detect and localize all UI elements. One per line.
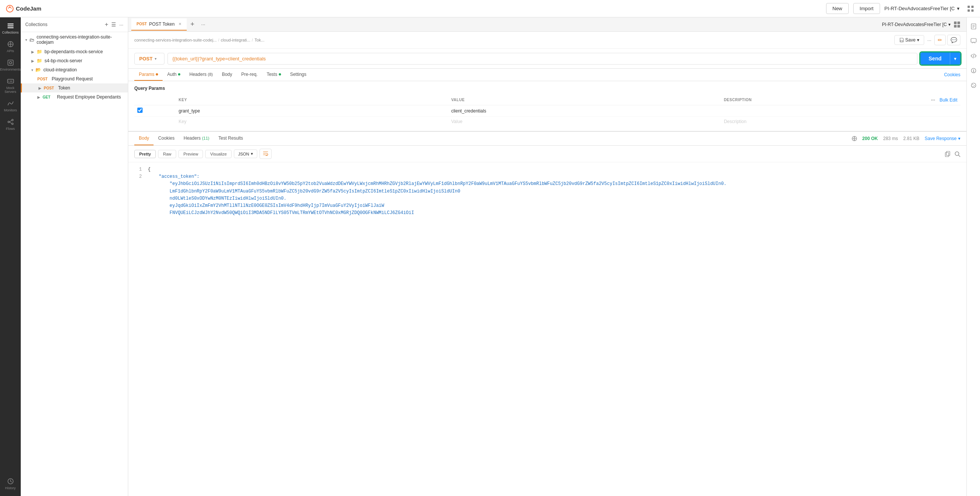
svg-rect-6 [8,23,14,24]
svg-rect-7 [8,25,14,26]
sidebar-item-history[interactable]: History [0,474,21,493]
send-button-group: Send ▾ [920,53,960,65]
tab-token[interactable]: POST POST Token ✕ [131,19,187,30]
req-tab-headers[interactable]: Headers (8) [185,69,217,81]
logo-icon [6,5,14,13]
chevron-down-icon: ▾ [31,68,33,72]
save-response-button[interactable]: Save Response ▾ [924,136,960,141]
req-tab-auth[interactable]: Auth [162,69,185,81]
layout-icon[interactable] [954,21,960,28]
grid-icon[interactable] [967,5,974,12]
breadcrumb-sep-2: / [252,38,253,42]
empty-row-key: Key [176,116,449,127]
code-line-7: FNVQUEiLCJzdWJhY2NvdW50QWQiOiI3MDA5NDFlL… [134,209,960,217]
sidebar-item-monitors[interactable]: Monitors [0,97,21,115]
format-preview-button[interactable]: Preview [178,150,203,158]
url-input[interactable] [167,53,917,65]
table-row: grant_type client_credentials [134,105,960,116]
sidebar-item-flows[interactable]: Flows [0,115,21,134]
res-tab-test-results[interactable]: Test Results [214,132,247,145]
tree-item-s4-bp[interactable]: ▶ 📁 s4-bp-mock-server [21,56,128,65]
workspace-selector[interactable]: PI-RT-DevAdvocatesFreeTier [C ▾ [885,6,959,11]
globe-icon-wrapper [852,136,857,141]
sidebar-item-collections[interactable]: Collections [0,19,21,37]
tree-item-token[interactable]: ▶ POST Token [21,83,128,93]
row-checkbox[interactable] [137,108,143,113]
workspace-button[interactable]: PI-RT-DevAdvocatesFreeTier [C ▾ [882,22,951,27]
empty-table-row: Key Value Description [134,116,960,127]
format-visualize-button[interactable]: Visualize [205,150,232,158]
import-button[interactable]: Import [853,3,880,14]
save-button[interactable]: Save ▾ [894,35,924,45]
params-more-icon[interactable]: ··· [931,97,935,103]
line-number [134,195,142,203]
col-header-value: VALUE [448,95,721,105]
right-sidebar-cookie-icon[interactable] [967,79,980,93]
res-tab-body[interactable]: Body [134,132,154,145]
query-params-section: Query Params KEY VALUE DESCRIPTION ··· B… [128,81,966,131]
empty-row-actions [919,116,960,127]
root-collection-item[interactable]: ▾ 🗁 connecting-services-integration-suit… [21,32,128,47]
filter-icon[interactable]: ☰ [111,22,116,27]
request-response-area: connecting-services-integration-suite-co… [128,32,966,496]
flows-icon [7,118,14,126]
response-tabs-bar: Body Cookies Headers (11) Test Results [128,132,966,146]
line-content: "eyJhbGciOiJSUzI1NiIsImprdSI6Imh0dHBzOi8… [148,180,960,188]
res-tab-cookies[interactable]: Cookies [154,132,179,145]
tabs-more-icon[interactable]: ··· [198,19,208,30]
req-tab-tests[interactable]: Tests [262,69,286,81]
tab-close-icon[interactable]: ✕ [178,22,181,26]
svg-rect-5 [971,10,974,12]
response-status-bar: 200 OK 283 ms 2.81 KB Save Response ▾ [852,136,960,141]
search-icon[interactable] [955,151,960,157]
add-collection-button[interactable]: + [105,21,108,28]
tree-item-bp-dependants[interactable]: ▶ 📁 bp-dependants-mock-service [21,47,128,56]
cookies-link[interactable]: Cookies [944,72,960,77]
code-actions [945,151,960,157]
bulk-edit-button[interactable]: Bulk Edit [940,97,958,103]
req-tab-prereq[interactable]: Pre-req. [237,69,262,81]
new-button[interactable]: New [826,3,849,14]
tree-item-playground-request[interactable]: POST Playground Request [21,74,128,83]
format-pretty-button[interactable]: Pretty [134,150,156,158]
tree-item-cloud-integration[interactable]: ▾ 📂 cloud-integration [21,65,128,74]
req-tab-settings[interactable]: Settings [286,69,311,81]
add-tab-button[interactable]: + [187,18,199,31]
topbar-icons [967,5,974,12]
method-selector[interactable]: POST ▾ [134,53,164,65]
comment-icon[interactable]: 💬 [947,35,960,45]
save-response-chevron-icon: ▾ [958,136,960,141]
sidebar-item-mock-servers[interactable]: Mock Servers [0,74,21,97]
response-format-bar: Pretty Raw Preview Visualize JSON ▾ [128,146,966,162]
sidebar-item-environments[interactable]: Environments [0,56,21,74]
format-raw-button[interactable]: Raw [158,150,176,158]
collections-more-icon[interactable]: ··· [119,22,123,27]
params-dot [156,73,158,75]
row-key: grant_type [179,108,200,113]
req-tab-body[interactable]: Body [217,69,237,81]
edit-icon[interactable]: ✏ [934,35,946,45]
workspace-chevron-icon: ▾ [957,6,959,11]
right-sidebar-comment-icon[interactable] [967,35,980,48]
line-content: FNVQUEiLCJzdWJhY2NvdW50QWQiOiI3MDA5NDFlL… [148,209,960,217]
send-button[interactable]: Send [920,53,950,65]
line-content: nd0LWtleS0xODYwNzM0NTEzIiwidHlwIjoiSldUI… [148,195,960,203]
app-name: CodeJam [16,5,41,12]
environments-icon [7,59,14,67]
tree-item-request-employee[interactable]: ▶ GET Request Employee Dependants [21,93,128,102]
request-more-icon[interactable]: ··· [927,37,931,43]
svg-point-31 [971,83,976,88]
copy-icon[interactable] [945,151,951,157]
tabs-bar: POST POST Token ✕ + ··· PI-RT-DevAdvocat… [128,18,966,32]
right-sidebar [966,18,980,496]
res-tab-headers[interactable]: Headers (11) [179,132,214,145]
send-dropdown-button[interactable]: ▾ [950,53,960,65]
req-tab-params[interactable]: Params [134,69,162,81]
right-sidebar-code-icon[interactable] [967,50,980,63]
wrap-lines-button[interactable] [259,149,272,159]
line-number [134,180,142,188]
sidebar-item-apis[interactable]: APIs [0,37,21,56]
right-sidebar-info-icon[interactable] [967,65,980,78]
right-sidebar-request-icon[interactable] [967,21,980,33]
format-dropdown[interactable]: JSON ▾ [234,150,257,158]
